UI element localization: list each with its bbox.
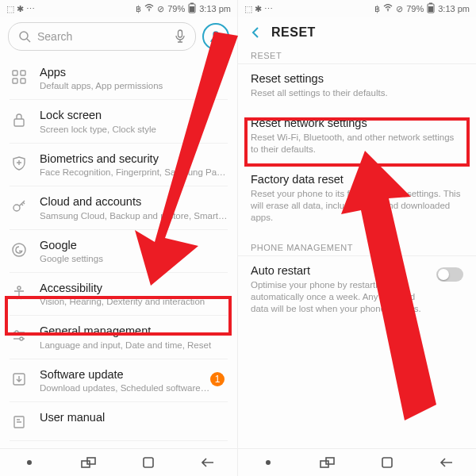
nav-recents[interactable] [312, 453, 344, 472]
svg-point-18 [15, 331, 18, 334]
account-avatar-button[interactable] [202, 23, 229, 50]
clock-time: 3:13 pm [199, 4, 231, 13]
svg-point-4 [20, 32, 28, 40]
row-auto-restart[interactable]: Auto restart Optimise your phone by rest… [238, 256, 476, 324]
left-phone-settings: ⬚ ✱ ⋯ ฿ ⊘ 79% 3:13 pm Search [0, 0, 238, 476]
person-icon [10, 283, 29, 302]
update-badge: 1 [210, 372, 225, 386]
nav-back[interactable] [431, 453, 463, 472]
svg-point-29 [387, 10, 389, 12]
search-row: Search [0, 17, 237, 57]
battery-percent: 79% [167, 4, 185, 13]
status-bar: ⬚ ✱ ⋯ ฿ ⊘ 79% 3:13 pm [238, 0, 476, 17]
key-icon [10, 197, 29, 216]
battery-icon [188, 2, 196, 15]
auto-restart-toggle[interactable] [436, 267, 463, 282]
svg-rect-8 [13, 71, 17, 75]
row-reset-network[interactable]: Reset network settings Reset Wi-Fi, Blue… [238, 109, 476, 165]
svg-rect-36 [382, 458, 392, 467]
nav-bar [0, 448, 237, 476]
mic-icon[interactable] [175, 29, 186, 44]
status-left-icons: ⬚ ✱ ⋯ [244, 4, 273, 14]
svg-rect-2 [190, 3, 194, 5]
status-bar: ⬚ ✱ ⋯ ฿ ⊘ 79% 3:13 pm [0, 0, 237, 17]
reset-list: Reset settings Reset all settings to the… [238, 64, 476, 233]
grid-icon [10, 67, 29, 86]
book-icon [10, 413, 29, 432]
svg-rect-12 [14, 119, 24, 126]
back-button[interactable] [249, 26, 262, 39]
list-item-google[interactable]: GoogleGoogle settings [10, 230, 228, 273]
no-sim-icon: ⊘ [157, 4, 164, 14]
nav-home[interactable] [132, 453, 164, 472]
battery-icon [427, 2, 435, 15]
right-phone-reset: ⬚ ✱ ⋯ ฿ ⊘ 79% 3:13 pm RESET RESET [238, 0, 476, 476]
row-reset-settings[interactable]: Reset settings Reset all settings to the… [238, 64, 476, 109]
no-sim-icon: ⊘ [396, 4, 403, 14]
search-icon [18, 30, 31, 43]
svg-point-33 [266, 460, 271, 465]
clock-time: 3:13 pm [438, 4, 470, 13]
svg-point-15 [17, 286, 21, 290]
section-phone-management: PHONE MANAGEMENT [238, 238, 476, 256]
bluetooth-icon: ฿ [136, 4, 141, 14]
svg-rect-31 [429, 3, 432, 5]
shield-icon [10, 154, 29, 173]
search-input[interactable]: Search [8, 22, 196, 51]
list-item-cloud[interactable]: Cloud and accountsSamsung Cloud, Backup … [10, 186, 228, 229]
status-left-icons: ⬚ ✱ ⋯ [6, 4, 35, 14]
svg-rect-10 [13, 79, 17, 83]
wifi-icon [383, 4, 393, 13]
page-title: RESET [271, 25, 316, 40]
list-item-biometrics[interactable]: Biometrics and securityFace Recognition,… [10, 144, 228, 186]
svg-rect-9 [21, 71, 25, 75]
list-item-accessibility[interactable]: AccessibilityVision, Hearing, Dexterity … [10, 273, 228, 316]
svg-point-0 [148, 10, 150, 12]
list-item-user-manual[interactable]: User manual [10, 402, 228, 441]
nav-dot[interactable] [13, 453, 45, 472]
battery-percent: 79% [406, 4, 424, 13]
svg-rect-3 [190, 6, 194, 12]
nav-bar [238, 448, 476, 476]
svg-rect-32 [428, 6, 433, 12]
list-item-lock[interactable]: Lock screenScreen lock type, Clock style [10, 100, 228, 143]
row-factory-reset[interactable]: Factory data reset Reset your phone to i… [238, 165, 476, 233]
svg-point-19 [20, 337, 23, 340]
list-item-software-update[interactable]: Software updateDownload updates, Schedul… [10, 359, 228, 402]
google-icon [10, 240, 29, 259]
nav-recents[interactable] [73, 453, 105, 472]
page-header: RESET [238, 17, 476, 46]
svg-point-13 [13, 205, 20, 211]
download-icon [10, 370, 29, 389]
svg-point-14 [13, 244, 25, 256]
nav-home[interactable] [371, 453, 403, 472]
settings-list: AppsDefault apps, App permissions Lock s… [0, 57, 237, 476]
svg-line-5 [27, 39, 30, 42]
nav-back[interactable] [192, 453, 224, 472]
phone-mgmt-list: Auto restart Optimise your phone by rest… [238, 256, 476, 324]
sliders-icon [10, 326, 29, 345]
nav-dot[interactable] [252, 453, 284, 472]
list-item-apps[interactable]: AppsDefault apps, App permissions [10, 57, 228, 100]
lock-icon [10, 110, 29, 129]
search-placeholder: Search [37, 30, 168, 43]
section-reset: RESET [238, 46, 476, 64]
svg-point-25 [27, 460, 32, 465]
bluetooth-icon: ฿ [374, 4, 380, 14]
list-item-general-management[interactable]: General managementLanguage and input, Da… [10, 316, 228, 359]
svg-rect-28 [144, 458, 153, 467]
svg-rect-11 [21, 79, 25, 83]
wifi-icon [144, 4, 154, 13]
svg-point-7 [213, 32, 218, 36]
svg-rect-6 [178, 30, 182, 37]
